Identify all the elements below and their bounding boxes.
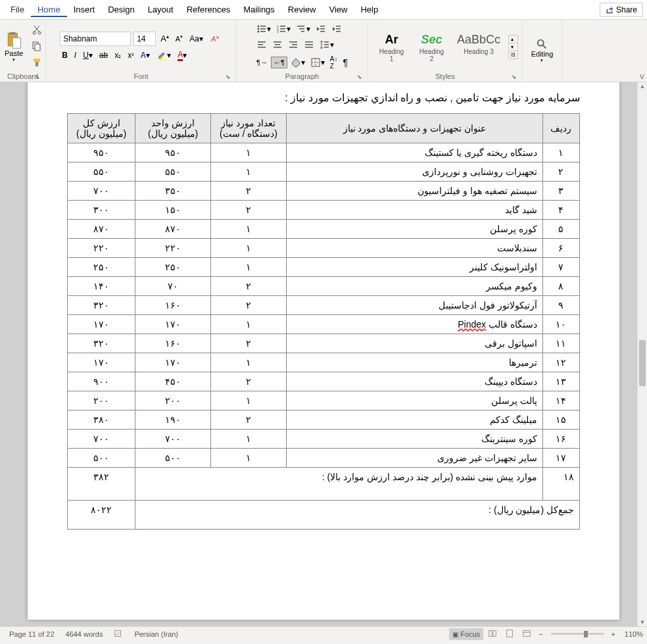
table-row: ۳سیستم تصفیه هوا و فیلتراسیون۲۳۵۰۷۰۰ [68, 182, 580, 201]
svg-line-51 [543, 45, 546, 49]
align-right-button[interactable] [286, 38, 300, 51]
styles-dialog-icon[interactable]: ⬊ [512, 74, 517, 80]
show-marks-button[interactable]: ¶ [341, 56, 350, 69]
increase-font-button[interactable]: A▴ [158, 32, 171, 45]
svg-point-50 [538, 40, 544, 46]
vertical-scrollbar[interactable]: ▲ ▼ [637, 82, 647, 626]
menu-review[interactable]: Review [281, 2, 323, 17]
bullets-button[interactable]: ▾ [254, 22, 273, 36]
zoom-in-button[interactable]: + [609, 630, 618, 638]
menu-design[interactable]: Design [101, 2, 141, 17]
collapse-ribbon-button[interactable]: ᐯ [640, 73, 644, 80]
search-icon [536, 38, 548, 50]
svg-rect-22 [280, 31, 285, 32]
focus-view-button[interactable]: ▣ Focus [449, 628, 483, 640]
style-item[interactable]: AaBbCcHeading 3 [452, 29, 505, 64]
borders-button[interactable]: ▾ [308, 56, 327, 69]
bold-button[interactable]: B [60, 49, 70, 61]
line-spacing-button[interactable]: ▾ [318, 38, 336, 51]
menu-references[interactable]: References [180, 2, 237, 17]
editing-button[interactable]: Editing ▾ [529, 36, 556, 66]
document-area[interactable]: سرمایه مورد نیاز جهت تامین , نصب و راه ا… [0, 82, 647, 626]
menu-bar: File Home Insert Design Layout Reference… [0, 0, 647, 20]
svg-rect-27 [320, 28, 325, 30]
menu-layout[interactable]: Layout [141, 2, 180, 17]
styles-scroll[interactable]: ▴▾⊟ [508, 35, 518, 59]
menu-home[interactable]: Home [31, 2, 67, 17]
print-view-button[interactable] [502, 627, 517, 641]
underline-button[interactable]: U▾ [81, 49, 95, 61]
menu-mailings[interactable]: Mailings [237, 2, 281, 17]
highlight-icon [156, 50, 167, 61]
style-item[interactable]: SecHeading 2 [412, 29, 451, 64]
multilevel-button[interactable]: ▾ [294, 22, 312, 36]
italic-button[interactable]: I [72, 49, 78, 61]
font-dialog-icon[interactable]: ⬊ [226, 74, 231, 80]
paste-icon [5, 31, 23, 49]
menu-view[interactable]: View [322, 2, 354, 17]
subscript-button[interactable]: x₂ [112, 49, 123, 61]
page-status[interactable]: Page 11 of 22 [4, 630, 60, 638]
web-view-button[interactable] [519, 627, 535, 641]
text-effects-button[interactable]: A▾ [139, 49, 153, 61]
style-item[interactable]: ArHeading 1 [372, 29, 411, 64]
svg-rect-56 [523, 630, 531, 636]
menu-file[interactable]: File [4, 2, 31, 17]
table-row: ۲تجهیزات روشنایی و نورپردازی۱۵۵۰۵۵۰ [68, 162, 580, 182]
table-row: ۱۳دستگاه دیپینگ۲۴۵۰۹۰۰ [68, 372, 580, 391]
font-size-input[interactable] [133, 32, 156, 46]
table-row: ۵کوره پرسلن۱۸۷۰۸۷۰ [68, 220, 580, 239]
paste-button[interactable]: Paste ▾ [2, 30, 26, 64]
svg-rect-32 [258, 41, 266, 43]
zoom-slider[interactable] [551, 633, 604, 635]
table-row: ۱۶کوره سینترینگ۱۷۰۰۷۰۰ [68, 430, 580, 449]
svg-rect-31 [336, 31, 341, 32]
align-left-button[interactable] [254, 38, 269, 51]
align-center-button[interactable] [270, 38, 285, 51]
strikethrough-button[interactable]: ab [97, 49, 110, 61]
svg-rect-55 [507, 630, 513, 637]
highlight-button[interactable]: ▾ [155, 49, 173, 62]
change-case-button[interactable]: Aa▾ [187, 33, 205, 45]
align-right-icon [288, 39, 299, 50]
table-row: ۱دستگاه ریخته گیری یا کستینگ۱۹۵۰۹۵۰ [68, 143, 580, 162]
table-footer-row: ۱۸موارد پیش بینی نشده (برابر چند درصد ار… [68, 468, 580, 501]
menu-help[interactable]: Help [354, 2, 385, 17]
table-row: ۴شید گاید۲۱۵۰۳۰۰ [68, 201, 580, 220]
sort-button[interactable]: A↓Z [328, 54, 340, 71]
superscript-button[interactable]: x² [126, 49, 135, 61]
zoom-out-button[interactable]: − [536, 630, 545, 638]
justify-button[interactable] [302, 38, 316, 51]
font-color-button[interactable]: A▾ [176, 49, 189, 62]
increase-indent-button[interactable] [329, 22, 344, 36]
clipboard-dialog-icon[interactable]: ⬊ [35, 74, 40, 80]
share-button[interactable]: Share [600, 3, 643, 17]
page-title: سرمایه مورد نیاز جهت تامین , نصب و راه ا… [67, 91, 580, 104]
font-name-input[interactable] [60, 32, 131, 46]
paragraph-label: Paragraph⬊ [241, 71, 364, 80]
language-status[interactable]: Persian (Iran) [129, 630, 184, 638]
ltr-button[interactable]: ¶→ [254, 57, 270, 68]
numbering-button[interactable]: 123▾ [274, 22, 293, 36]
paragraph-group: ▾ 123▾ ▾ ▾ ¶→ ←¶ ▾ ▾ [237, 20, 368, 82]
word-count[interactable]: 4644 words [60, 630, 109, 638]
zoom-percent[interactable]: 110% [619, 630, 643, 638]
format-painter-button[interactable] [30, 56, 43, 71]
align-left-icon [256, 39, 267, 50]
clear-format-button[interactable]: A [208, 32, 222, 45]
svg-rect-34 [258, 47, 266, 48]
paragraph-dialog-icon[interactable]: ⬊ [357, 74, 362, 80]
decrease-indent-button[interactable] [314, 22, 328, 36]
ribbon: Paste ▾ Clipboard⬊ A▴ A▾ Aa▾ A [0, 20, 647, 82]
copy-button[interactable] [30, 39, 43, 55]
read-view-button[interactable] [485, 627, 500, 641]
shading-button[interactable]: ▾ [289, 56, 307, 69]
svg-rect-7 [34, 59, 40, 62]
header-qty: تعداد مورد نیاز (دستگاه / ست) [211, 114, 287, 143]
decrease-font-button[interactable]: A▾ [174, 33, 185, 44]
cut-button[interactable] [30, 23, 43, 38]
menu-insert[interactable]: Insert [67, 2, 102, 17]
rtl-button[interactable]: ←¶ [271, 57, 287, 68]
spellcheck-status[interactable] [108, 629, 129, 639]
svg-rect-23 [297, 26, 304, 27]
